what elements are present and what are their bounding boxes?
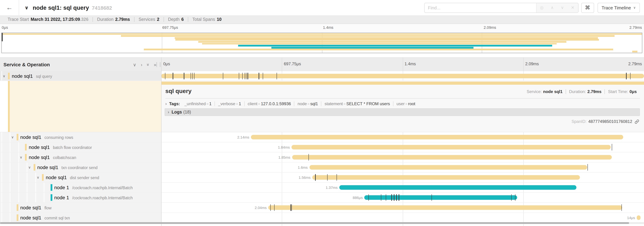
- log-marker-tick: [270, 204, 271, 211]
- tag-value: 127.0.0.1:59936: [261, 101, 291, 106]
- span-row[interactable]: ∨node sql1txn coordinator send1.6ms: [0, 162, 644, 172]
- span-row[interactable]: node sql1commit sql txn14μs: [0, 213, 644, 223]
- tag-item: statement=SELECT * FROM users: [321, 101, 393, 106]
- log-marker-tick: [246, 73, 246, 79]
- horizontal-scrollbar[interactable]: [0, 222, 644, 224]
- service-name: node sql1: [20, 134, 41, 140]
- logs-row[interactable]: › Logs (18): [165, 108, 640, 116]
- span-timeline-cell[interactable]: 1.37ms: [161, 183, 644, 192]
- expand-chevron-icon[interactable]: ∨: [11, 135, 14, 139]
- span-tree-cell[interactable]: node 1/cockroach.roachpb.Internal/Batch: [0, 183, 161, 192]
- span-timeline-cell[interactable]: 14μs: [161, 213, 644, 222]
- span-row[interactable]: ∨node sql1colbatchscan1.85ms: [0, 152, 644, 162]
- span-bar[interactable]: [364, 195, 517, 200]
- span-bar[interactable]: [339, 185, 576, 190]
- span-row[interactable]: ∨node sql1sql query: [0, 71, 644, 81]
- column-resize-grip[interactable]: [156, 62, 160, 67]
- minimap-span-bar: [144, 49, 613, 51]
- span-tree-cell[interactable]: ∨node sql1dist sender send: [0, 172, 161, 182]
- trace-summary-item: Total Spans10: [188, 17, 226, 22]
- span-tree-cell[interactable]: node sql1commit sql txn: [0, 213, 161, 222]
- collapse-one-icon[interactable]: ∨: [133, 62, 136, 67]
- focus-match-icon[interactable]: ◎: [540, 6, 544, 10]
- expand-chevron-icon[interactable]: ∨: [3, 74, 5, 78]
- column-divider[interactable]: [161, 57, 162, 226]
- span-row[interactable]: node 1/cockroach.roachpb.Internal/Batch8…: [0, 193, 644, 203]
- span-tree-cell[interactable]: ∨node sql1consuming rows: [0, 132, 161, 142]
- span-timeline-cell[interactable]: 1.6ms: [161, 162, 644, 172]
- ruler-tick: [282, 58, 282, 72]
- span-timeline-cell[interactable]: 1.56ms: [161, 172, 644, 182]
- deep-link-icon[interactable]: [635, 119, 639, 124]
- clear-find-icon[interactable]: ✕: [571, 6, 574, 10]
- span-timeline-cell[interactable]: 1.84ms: [161, 142, 644, 152]
- span-row-labels: node sql1colbatchscan: [29, 154, 76, 160]
- minimap-span-bar: [175, 39, 599, 41]
- span-timeline-cell[interactable]: 2.04ms: [161, 203, 644, 212]
- span-row-labels: node sql1txn coordinator send: [37, 164, 98, 170]
- expand-chevron-icon[interactable]: ∨: [28, 165, 31, 169]
- span-timeline-cell[interactable]: 1.85ms: [161, 152, 644, 162]
- indent-guide: [1, 203, 2, 212]
- indent-guide: [10, 213, 10, 222]
- service-operation-title: Service & Operation: [4, 62, 50, 67]
- span-row[interactable]: node sql1flow2.04ms: [0, 203, 644, 213]
- span-tree-cell[interactable]: node sql1flow: [0, 203, 161, 212]
- timeline-minimap[interactable]: 0μs 697.75μs 1.4ms 2.09ms 2.79ms: [0, 24, 644, 54]
- trace-collapse-toggle[interactable]: ∨: [24, 5, 28, 11]
- service-name: node 1: [54, 185, 69, 190]
- expand-chevron-icon[interactable]: ∨: [20, 155, 22, 159]
- prev-match-icon[interactable]: ∧: [551, 6, 554, 10]
- tag-equals: =: [307, 102, 310, 106]
- log-marker-tick: [239, 73, 239, 79]
- minimap-canvas[interactable]: [2, 33, 642, 53]
- keyboard-shortcuts-button[interactable]: ⌘: [581, 3, 594, 13]
- indent-guide: [1, 142, 2, 152]
- span-row[interactable]: ∨node sql1consuming rows2.14ms: [0, 132, 644, 142]
- service-name: node sql1: [29, 154, 50, 160]
- span-bar[interactable]: [312, 175, 580, 180]
- log-marker-tick: [165, 73, 165, 79]
- span-bar[interactable]: [637, 215, 640, 220]
- span-timeline-cell[interactable]: 2.14ms: [161, 132, 644, 142]
- span-bar[interactable]: [161, 74, 644, 78]
- span-row[interactable]: node 1/cockroach.roachpb.Internal/Batch1…: [0, 183, 644, 193]
- span-row-labels: node sql1consuming rows: [20, 134, 73, 140]
- indent-guide: [10, 152, 10, 162]
- span-tree-cell[interactable]: ∨node sql1sql query: [0, 71, 161, 81]
- scrollbar-thumb[interactable]: [0, 222, 629, 224]
- span-tree-cell[interactable]: ∨node sql1txn coordinator send: [0, 162, 161, 172]
- span-tree-cell[interactable]: node 1/cockroach.roachpb.Internal/Batch: [0, 193, 161, 202]
- span-bar[interactable]: [268, 205, 622, 210]
- span-rows-list: ∨node sql1sql query sql query Service:no…: [0, 71, 644, 226]
- next-match-icon[interactable]: ∨: [561, 6, 564, 10]
- collapse-all-icon[interactable]: »: [146, 63, 150, 66]
- back-button[interactable]: ←: [0, 0, 19, 15]
- span-timeline-cell[interactable]: 886μs: [161, 193, 644, 202]
- service-operation-header: Service & Operation ∨ › » »: [0, 58, 161, 72]
- span-tree-cell[interactable]: ∨node sql1colbatchscan: [0, 152, 161, 162]
- span-timeline-cell[interactable]: [161, 71, 644, 81]
- span-bar[interactable]: [292, 155, 612, 159]
- span-row[interactable]: node sql1batch flow coordinator1.84ms: [0, 142, 644, 152]
- find-input[interactable]: [424, 3, 536, 12]
- span-tree-cell[interactable]: node sql1batch flow coordinator: [0, 142, 161, 152]
- span-duration-label: 886μs: [353, 195, 363, 200]
- span-bar[interactable]: [309, 165, 587, 170]
- expand-one-icon[interactable]: ›: [141, 62, 142, 67]
- indent-guide: [18, 152, 19, 162]
- tags-row[interactable]: › Tags: _unfinished=1_verbose=1client=12…: [165, 101, 418, 107]
- span-bar[interactable]: [251, 135, 623, 139]
- span-id-value: 4877749850101760812: [588, 119, 632, 124]
- meta-value: 2.79ms: [587, 89, 601, 94]
- trace-view-selector[interactable]: Trace Timeline ∨: [598, 3, 640, 13]
- service-name: node sql1: [20, 205, 41, 210]
- expand-all-icon[interactable]: »: [154, 62, 156, 67]
- span-bar[interactable]: [292, 145, 611, 149]
- service-name: node sql1: [46, 175, 67, 180]
- minimap-drag-handle[interactable]: [2, 33, 3, 41]
- log-marker-tick: [223, 73, 224, 79]
- expand-chevron-icon[interactable]: ∨: [37, 175, 39, 179]
- span-id-row: SpanID: 4877749850101760812: [572, 119, 639, 124]
- span-row[interactable]: ∨node sql1dist sender send1.56ms: [0, 172, 644, 183]
